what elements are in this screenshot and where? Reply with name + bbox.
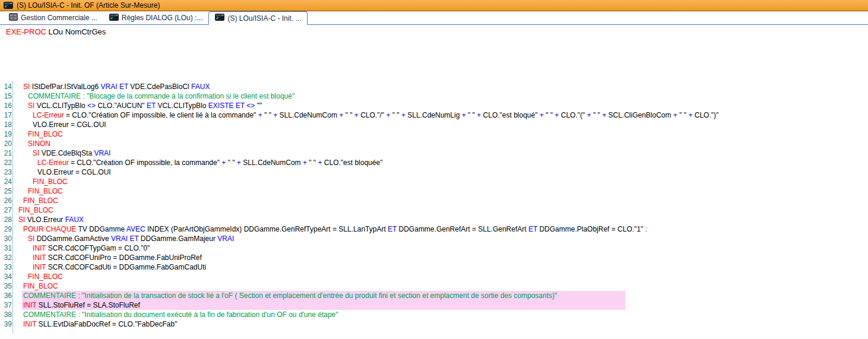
code-line[interactable]: 26FIN_BLOC [0, 196, 868, 205]
code-line[interactable]: 15COMMENTAIRE : "Blocage de la commande … [0, 91, 868, 101]
code-text: VLO.Erreur = CGL.OUI [37, 167, 111, 177]
line-number[interactable]: 33 [0, 262, 12, 272]
code-token: SLL.CdeNumLig [406, 111, 462, 119]
line-number[interactable]: 26 [0, 196, 12, 205]
code-token: VCL.CLITypBlo [34, 102, 87, 110]
code-token: + [354, 111, 359, 119]
tab-gestion-commerciale[interactable]: Gestion Commerciale ... [3, 11, 103, 24]
line-number[interactable]: 16 [0, 101, 12, 110]
line-number[interactable]: 17 [0, 110, 12, 120]
code-line[interactable]: 34FIN_BLOC [0, 272, 868, 281]
code-token: ET [388, 225, 397, 233]
line-number[interactable]: 23 [0, 167, 12, 177]
code-token: CLO."AUCUN" [96, 102, 147, 110]
line-number[interactable]: 37 [0, 300, 12, 310]
code-line[interactable]: 24FIN_BLOC [0, 177, 868, 186]
code-line[interactable]: 18VLO.Erreur = CGL.OUI [0, 120, 868, 129]
line-number[interactable]: 24 [0, 177, 12, 186]
line-number[interactable]: 27 [0, 205, 12, 215]
code-token: FAUX [65, 216, 84, 224]
code-token: SLL.EvtDiaFabDocRef = CLO."FabDecFab" [36, 320, 177, 328]
code-token: ET [236, 102, 245, 110]
code-text: SI VDE.CdeBlqSta VRAI [33, 148, 110, 158]
exe-proc-header: EXE-PROC LOu NomCtrGes [6, 27, 106, 36]
code-line[interactable]: 25FIN_BLOC [0, 186, 868, 196]
code-line[interactable]: 35FIN_BLOC [0, 281, 868, 291]
line-number[interactable]: 21 [0, 148, 12, 158]
code-line[interactable]: 39INIT SLL.EvtDiaFabDocRef = CLO."FabDec… [0, 319, 868, 329]
code-line[interactable]: 23VLO.Erreur = CGL.OUI [0, 167, 868, 177]
code-line[interactable]: 16SI VCL.CLITypBlo <> CLO."AUCUN" ET VCL… [0, 101, 868, 110]
window-titlebar[interactable]: (S) LOu/ISIA-C - Init. OF (Article Sur-M… [0, 0, 868, 11]
code-token: " " [343, 111, 354, 119]
code-line[interactable]: 14SI IStDefPar.IStValLog6 VRAI ET VDE.Cd… [0, 82, 868, 91]
code-line[interactable]: 22LC-Erreur = CLO."Création OF impossibl… [0, 158, 868, 167]
code-line[interactable]: 32INIT SCR.CdCOFUniPro = DDGamme.FabUniP… [0, 253, 868, 262]
code-text: INIT SCR.CdCOFTypGam = CLO."0" [33, 243, 150, 253]
line-number[interactable]: 15 [0, 91, 12, 101]
code-token: + [258, 111, 262, 119]
line-number[interactable]: 14 [0, 82, 12, 91]
code-token: CLO."/" [359, 111, 387, 119]
code-line[interactable]: 36COMMENTAIRE : "Initialisation de la tr… [0, 291, 868, 300]
code-token: + [303, 159, 307, 167]
line-number[interactable]: 36 [0, 291, 12, 300]
line-number[interactable]: 25 [0, 186, 12, 196]
code-line[interactable]: 21SI VDE.CdeBlqSta VRAI [0, 148, 868, 158]
code-line[interactable]: 31INIT SCR.CdCOFTypGam = CLO."0" [0, 243, 868, 253]
code-text: POUR CHAQUE TV DDGamme AVEC INDEX (ParAr… [23, 224, 647, 234]
code-token: INIT [23, 320, 36, 328]
code-token: AVEC [126, 225, 145, 233]
line-number[interactable]: 35 [0, 281, 12, 291]
line-number[interactable]: 20 [0, 139, 12, 148]
code-token: <> [246, 102, 255, 110]
line-number[interactable]: 38 [0, 310, 12, 319]
code-token: " " [591, 111, 603, 119]
code-line[interactable]: 20SINON [0, 139, 868, 148]
line-number[interactable]: 31 [0, 243, 12, 253]
code-line[interactable]: 28SI VLO.Erreur FAUX [0, 215, 868, 224]
code-text: FIN_BLOC [33, 177, 68, 186]
code-token: FIN_BLOC [33, 178, 68, 186]
line-number[interactable]: 34 [0, 272, 12, 281]
line-number[interactable]: 30 [0, 234, 12, 243]
tab-lou-isia-c-active[interactable]: (S) LOu/ISIA-C - Init. ... [208, 11, 308, 25]
code-area[interactable]: 14SI IStDefPar.IStValLog6 VRAI ET VDE.Cd… [0, 82, 868, 329]
code-text: COMMENTAIRE : "Blocage de la commande à … [28, 91, 294, 101]
line-number[interactable]: 39 [0, 319, 12, 329]
line-number[interactable]: 18 [0, 120, 12, 129]
code-line[interactable]: 30SI DDGamme.GamActive VRAI ET DDGamme.G… [0, 234, 868, 243]
code-token: SINON [28, 140, 50, 148]
code-line[interactable]: 33INIT SCR.CdCOFCadUti = DDGamme.FabGamC… [0, 262, 868, 272]
code-line[interactable]: 37INIT SLL.StoFluRef = SLA.StoFluRef [0, 300, 868, 310]
code-token: FIN_BLOC [28, 273, 63, 281]
tab-label: (S) LOu/ISIA-C - Init. ... [227, 14, 301, 23]
code-line[interactable]: 38COMMENTAIRE : "Initialisation du docum… [0, 310, 868, 319]
tab-label: Gestion Commerciale ... [21, 14, 97, 22]
line-number[interactable]: 32 [0, 253, 12, 262]
line-number[interactable]: 19 [0, 129, 12, 139]
line-number[interactable]: 29 [0, 224, 12, 234]
code-line[interactable]: 17LC-Erreur = CLO."Création OF impossibl… [0, 110, 868, 120]
code-token: ET [147, 102, 156, 110]
line-number[interactable]: 22 [0, 158, 12, 167]
code-token: IStDefPar.IStValLog6 [30, 83, 100, 91]
line-number[interactable]: 28 [0, 215, 12, 224]
code-token: + [237, 159, 241, 167]
code-token: ET [119, 83, 128, 91]
code-token: SI [18, 216, 25, 224]
code-token: ET [528, 225, 537, 233]
code-token: SLL.StoFluRef = SLA.StoFluRef [36, 301, 140, 309]
code-line[interactable]: 29POUR CHAQUE TV DDGamme AVEC INDEX (Par… [0, 224, 868, 234]
code-line[interactable]: 19FIN_BLOC [0, 129, 868, 139]
code-token: " " [307, 159, 318, 167]
code-line[interactable]: 27FIN_BLOC [0, 205, 868, 215]
code-token: FIN_BLOC [18, 206, 53, 214]
code-token: LC-Erreur [37, 159, 69, 167]
code-text: FIN_BLOC [28, 129, 63, 139]
code-token: SI [23, 83, 30, 91]
tab-regles-dialog[interactable]: Règles DIALOG (LOu) :... [103, 11, 209, 24]
code-token: FIN_BLOC [23, 197, 58, 205]
code-token: " " [466, 111, 477, 119]
code-token: VDE.CdeBlqSta [39, 149, 94, 157]
